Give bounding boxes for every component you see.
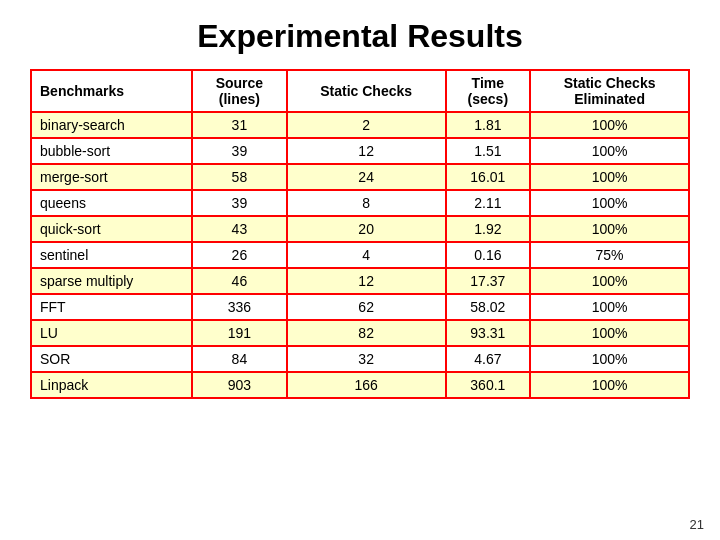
cell-time: 2.11: [446, 190, 531, 216]
cell-source: 31: [192, 112, 287, 138]
table-row: SOR84324.67100%: [31, 346, 689, 372]
cell-static-checks: 20: [287, 216, 446, 242]
cell-time: 16.01: [446, 164, 531, 190]
cell-static-checks: 8: [287, 190, 446, 216]
cell-eliminated: 100%: [530, 294, 689, 320]
cell-benchmark: FFT: [31, 294, 192, 320]
cell-eliminated: 75%: [530, 242, 689, 268]
table-row: binary-search3121.81100%: [31, 112, 689, 138]
slide-number: 21: [690, 517, 704, 532]
cell-source: 58: [192, 164, 287, 190]
col-header-time: Time(secs): [446, 70, 531, 112]
cell-eliminated: 100%: [530, 346, 689, 372]
cell-time: 93.31: [446, 320, 531, 346]
cell-time: 58.02: [446, 294, 531, 320]
cell-eliminated: 100%: [530, 372, 689, 398]
cell-benchmark: Linpack: [31, 372, 192, 398]
cell-eliminated: 100%: [530, 216, 689, 242]
page-title: Experimental Results: [0, 0, 720, 69]
cell-static-checks: 82: [287, 320, 446, 346]
cell-eliminated: 100%: [530, 138, 689, 164]
cell-static-checks: 32: [287, 346, 446, 372]
cell-time: 0.16: [446, 242, 531, 268]
cell-benchmark: LU: [31, 320, 192, 346]
cell-benchmark: bubble-sort: [31, 138, 192, 164]
table-row: merge-sort582416.01100%: [31, 164, 689, 190]
table-row: bubble-sort39121.51100%: [31, 138, 689, 164]
cell-static-checks: 166: [287, 372, 446, 398]
table-row: sentinel2640.1675%: [31, 242, 689, 268]
cell-source: 39: [192, 138, 287, 164]
cell-time: 360.1: [446, 372, 531, 398]
col-header-static-checks: Static Checks: [287, 70, 446, 112]
cell-time: 1.81: [446, 112, 531, 138]
cell-time: 4.67: [446, 346, 531, 372]
table-row: Linpack903166360.1100%: [31, 372, 689, 398]
cell-time: 1.92: [446, 216, 531, 242]
cell-time: 17.37: [446, 268, 531, 294]
cell-benchmark: merge-sort: [31, 164, 192, 190]
cell-benchmark: quick-sort: [31, 216, 192, 242]
cell-static-checks: 62: [287, 294, 446, 320]
cell-source: 84: [192, 346, 287, 372]
cell-source: 26: [192, 242, 287, 268]
table-row: quick-sort43201.92100%: [31, 216, 689, 242]
cell-eliminated: 100%: [530, 320, 689, 346]
table-row: sparse multiply461217.37100%: [31, 268, 689, 294]
cell-benchmark: binary-search: [31, 112, 192, 138]
results-table-wrapper: Benchmarks Source(lines) Static Checks T…: [30, 69, 690, 399]
cell-source: 46: [192, 268, 287, 294]
cell-eliminated: 100%: [530, 112, 689, 138]
table-row: LU1918293.31100%: [31, 320, 689, 346]
col-header-static-checks-eliminated: Static ChecksEliminated: [530, 70, 689, 112]
cell-benchmark: sentinel: [31, 242, 192, 268]
cell-static-checks: 12: [287, 268, 446, 294]
cell-static-checks: 12: [287, 138, 446, 164]
cell-time: 1.51: [446, 138, 531, 164]
cell-source: 903: [192, 372, 287, 398]
cell-source: 191: [192, 320, 287, 346]
table-row: queens3982.11100%: [31, 190, 689, 216]
cell-static-checks: 24: [287, 164, 446, 190]
cell-source: 43: [192, 216, 287, 242]
cell-static-checks: 2: [287, 112, 446, 138]
results-table: Benchmarks Source(lines) Static Checks T…: [30, 69, 690, 399]
cell-source: 336: [192, 294, 287, 320]
cell-benchmark: SOR: [31, 346, 192, 372]
cell-static-checks: 4: [287, 242, 446, 268]
cell-source: 39: [192, 190, 287, 216]
cell-eliminated: 100%: [530, 268, 689, 294]
table-header-row: Benchmarks Source(lines) Static Checks T…: [31, 70, 689, 112]
col-header-benchmarks: Benchmarks: [31, 70, 192, 112]
cell-benchmark: queens: [31, 190, 192, 216]
table-row: FFT3366258.02100%: [31, 294, 689, 320]
col-header-source: Source(lines): [192, 70, 287, 112]
cell-eliminated: 100%: [530, 164, 689, 190]
cell-eliminated: 100%: [530, 190, 689, 216]
cell-benchmark: sparse multiply: [31, 268, 192, 294]
